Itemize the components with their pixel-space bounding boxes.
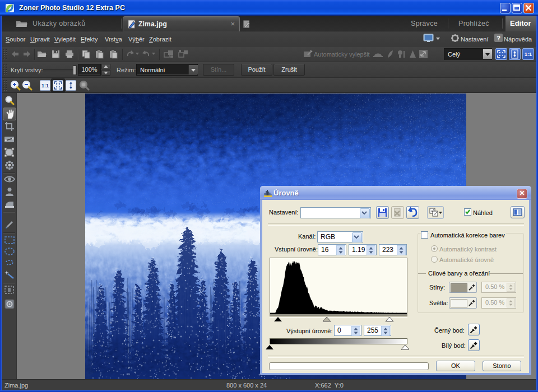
svg-text:?: ? [497, 35, 500, 41]
svg-text:1:1: 1:1 [525, 52, 532, 57]
svg-text:1:1: 1:1 [41, 83, 49, 88]
